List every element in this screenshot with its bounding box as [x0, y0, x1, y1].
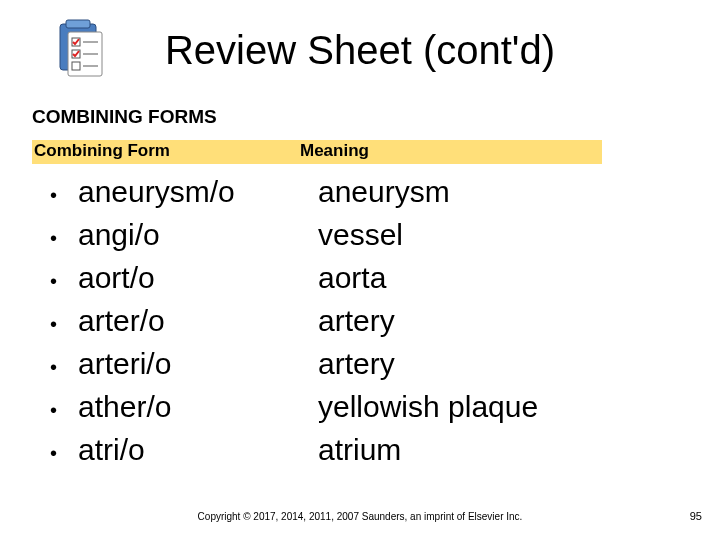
list-item: • aort/o aorta [50, 258, 650, 301]
page-number: 95 [690, 510, 702, 522]
list-item: • aneurysm/o aneurysm [50, 172, 650, 215]
bullet-icon: • [50, 218, 78, 258]
meaning: artery [318, 301, 650, 342]
term: arter/o [78, 301, 318, 342]
term: aneurysm/o [78, 172, 318, 213]
slide: Review Sheet (cont'd) COMBINING FORMS Co… [0, 0, 720, 540]
content-list: • aneurysm/o aneurysm • angi/o vessel • … [50, 172, 650, 473]
copyright: Copyright © 2017, 2014, 2011, 2007 Saund… [0, 511, 720, 522]
title-row: Review Sheet (cont'd) [0, 28, 720, 73]
bullet-icon: • [50, 347, 78, 387]
list-item: • angi/o vessel [50, 215, 650, 258]
meaning: aneurysm [318, 172, 650, 213]
bullet-icon: • [50, 433, 78, 473]
bullet-icon: • [50, 175, 78, 215]
svg-rect-1 [66, 20, 90, 28]
subheading: COMBINING FORMS [32, 106, 217, 128]
list-item: • atri/o atrium [50, 430, 650, 473]
column-header-left: Combining Form [34, 141, 170, 161]
column-header-right: Meaning [300, 141, 369, 161]
meaning: atrium [318, 430, 650, 471]
list-item: • arter/o artery [50, 301, 650, 344]
term: atri/o [78, 430, 318, 471]
term: aort/o [78, 258, 318, 299]
meaning: artery [318, 344, 650, 385]
bullet-icon: • [50, 261, 78, 301]
list-item: • arteri/o artery [50, 344, 650, 387]
meaning: vessel [318, 215, 650, 256]
bullet-icon: • [50, 304, 78, 344]
list-item: • ather/o yellowish plaque [50, 387, 650, 430]
meaning: aorta [318, 258, 650, 299]
bullet-icon: • [50, 390, 78, 430]
page-title: Review Sheet (cont'd) [165, 28, 555, 73]
term: ather/o [78, 387, 318, 428]
meaning: yellowish plaque [318, 387, 650, 428]
term: angi/o [78, 215, 318, 256]
term: arteri/o [78, 344, 318, 385]
